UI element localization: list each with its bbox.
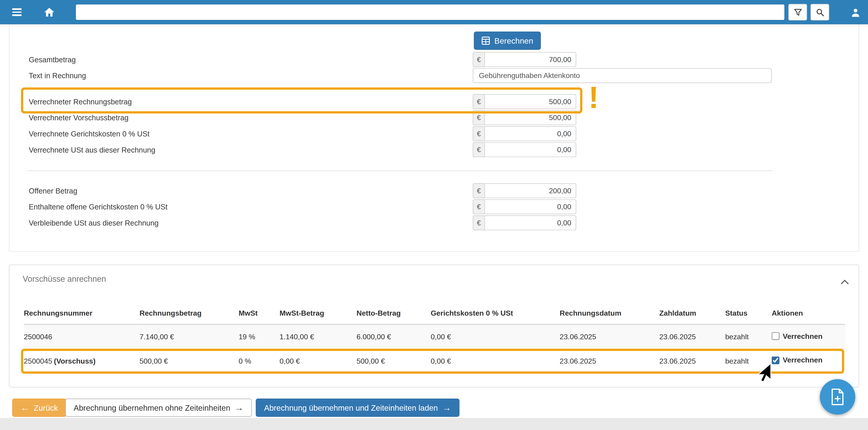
vat-rate: 19 % <box>239 325 279 349</box>
berechnen-button[interactable]: Berechnen <box>474 32 541 50</box>
verbleibende-ust-input[interactable] <box>485 215 576 231</box>
filter-icon <box>794 8 802 17</box>
field-label: Enthaltene offene Gerichtskosten 0 % USt <box>29 203 167 211</box>
form-row-offener-betrag: Offener Betrag € <box>9 183 859 198</box>
table-header-row: Rechnungsnummer Rechnungsbetrag MwSt MwS… <box>24 302 845 324</box>
filter-button[interactable] <box>788 4 807 21</box>
offener-betrag-input[interactable] <box>485 183 576 198</box>
euro-prefix: € <box>473 126 485 141</box>
invoice-amount: 500,00 € <box>140 349 239 373</box>
chevron-up-icon <box>841 279 849 284</box>
euro-prefix: € <box>473 183 485 198</box>
field-label: Offener Betrag <box>29 186 77 195</box>
billing-form-panel: Berechnen Gesamtbetrag € Text in Rechnun… <box>9 24 859 252</box>
col-header: Rechnungsdatum <box>560 302 659 324</box>
verrechnen-label: Verrechnen <box>783 332 823 340</box>
enthaltene-gerichtskosten-input[interactable] <box>485 199 576 214</box>
col-header: Netto-Betrag <box>356 302 431 324</box>
document-add-icon <box>830 389 844 405</box>
gesamtbetrag-input[interactable] <box>485 52 576 67</box>
field-label: Text in Rechnung <box>29 71 86 80</box>
uebernehmen-und-laden-button[interactable]: Abrechnung übernehmen und Zeiteinheiten … <box>256 399 460 417</box>
payment-date: 23.06.2025 <box>659 349 725 373</box>
uebernehmen-ohne-zeiteinheiten-button[interactable]: Abrechnung übernehmen ohne Zeiteinheiten… <box>65 399 252 417</box>
checkbox[interactable] <box>772 332 779 340</box>
form-row-gesamtbetrag: Gesamtbetrag € <box>9 52 859 67</box>
user-icon <box>850 7 860 17</box>
invoice-date: 23.06.2025 <box>560 349 659 373</box>
verrechnen-checkbox-row-1[interactable]: Verrechnen <box>772 332 823 340</box>
collapse-toggle[interactable] <box>841 277 849 287</box>
vat-rate: 0 % <box>239 349 279 373</box>
uebernehmen-ohne-label: Abrechnung übernehmen ohne Zeiteinheiten <box>74 403 230 412</box>
verrechnen-checkbox-row-2[interactable]: Verrechnen <box>772 356 823 365</box>
status-badge: bezahlt <box>725 325 772 349</box>
court-costs: 0,00 € <box>431 325 560 349</box>
hamburger-icon <box>12 8 21 16</box>
text-in-rechnung-input[interactable] <box>473 68 772 83</box>
exclamation-annotation: ! <box>589 82 599 113</box>
euro-prefix: € <box>473 215 485 231</box>
field-label: Verrechneter Rechnungsbetrag <box>29 97 132 106</box>
checkbox[interactable] <box>772 356 779 364</box>
field-label: Verrechnete Gerichtskosten 0 % USt <box>29 130 150 138</box>
col-header: MwSt-Betrag <box>279 302 356 324</box>
arrow-right-icon: → <box>442 403 451 412</box>
search-button[interactable] <box>810 4 829 21</box>
verrechneter-vorschussbetrag-input[interactable] <box>485 110 576 125</box>
verrechnete-ust-input[interactable] <box>485 142 576 157</box>
panel-header: Vorschüsse anrechnen <box>9 265 859 293</box>
euro-prefix: € <box>473 110 485 125</box>
invoice-number-suffix: (Vorschuss) <box>54 357 95 365</box>
form-row-text-in-rechnung: Text in Rechnung <box>9 68 859 83</box>
form-row-verrechneter-vorschussbetrag: Verrechneter Vorschussbetrag € <box>9 110 859 125</box>
col-header: Gerichtskosten 0 % USt <box>431 302 560 324</box>
net-amount: 500,00 € <box>356 349 431 373</box>
col-header: Rechnungsbetrag <box>140 302 239 324</box>
form-row-enthaltene-gerichtskosten: Enthaltene offene Gerichtskosten 0 % USt… <box>9 199 859 214</box>
form-row-verrechneter-rechnungsbetrag: Verrechneter Rechnungsbetrag € <box>9 94 859 109</box>
uebernehmen-laden-label: Abrechnung übernehmen und Zeiteinheiten … <box>264 403 438 412</box>
euro-prefix: € <box>473 199 485 214</box>
col-header: Zahldatum <box>659 302 725 324</box>
status-badge: bezahlt <box>725 349 772 373</box>
form-row-verrechnete-gerichtskosten: Verrechnete Gerichtskosten 0 % USt € <box>9 126 859 141</box>
col-header: Rechnungsnummer <box>24 302 140 324</box>
verrechnete-gerichtskosten-input[interactable] <box>485 126 576 141</box>
menu-button[interactable] <box>9 6 24 19</box>
search-icon <box>816 8 824 17</box>
court-costs: 0,00 € <box>431 349 560 373</box>
home-icon <box>44 8 54 17</box>
zurueck-button[interactable]: ← Zurück <box>12 399 66 417</box>
verrechnen-label: Verrechnen <box>783 356 823 365</box>
arrow-left-icon: ← <box>21 403 29 412</box>
new-document-fab[interactable] <box>820 379 855 415</box>
calculator-icon <box>482 37 490 45</box>
table-row: 2500045(Vorschuss) 500,00 € 0 % 0,00 € 5… <box>24 349 845 373</box>
euro-prefix: € <box>473 94 485 109</box>
invoice-number: 2500045 <box>24 357 52 365</box>
zurueck-label: Zurück <box>34 403 58 412</box>
vorschuesse-panel: Vorschüsse anrechnen Rechnungsnummer Rec… <box>9 265 859 388</box>
net-amount: 6.000,00 € <box>356 325 431 349</box>
panel-title: Vorschüsse anrechnen <box>23 274 106 283</box>
arrow-right-icon: → <box>235 403 244 412</box>
field-label: Verrechneter Vorschussbetrag <box>29 114 129 122</box>
invoice-number: 2500046 <box>24 333 52 341</box>
invoice-date: 23.06.2025 <box>560 325 659 349</box>
vorschuesse-table: Rechnungsnummer Rechnungsbetrag MwSt MwS… <box>24 302 845 373</box>
form-divider <box>28 171 772 171</box>
col-header: MwSt <box>239 302 279 324</box>
global-search-input[interactable] <box>75 4 785 21</box>
field-label: Gesamtbetrag <box>29 55 76 64</box>
vat-amount: 0,00 € <box>279 349 356 373</box>
berechnen-label: Berechnen <box>494 36 533 45</box>
table-row: 2500046 7.140,00 € 19 % 1.140,00 € 6.000… <box>24 325 845 349</box>
payment-date: 23.06.2025 <box>659 325 725 349</box>
field-label: Verbleibende USt aus dieser Rechnung <box>29 219 159 227</box>
verrechneter-rechnungsbetrag-input[interactable] <box>485 94 576 109</box>
topbar <box>0 0 868 24</box>
home-button[interactable] <box>42 6 56 19</box>
form-row-verrechnete-ust: Verrechnete USt aus dieser Rechnung € <box>9 142 859 157</box>
user-menu-button[interactable] <box>847 4 864 20</box>
